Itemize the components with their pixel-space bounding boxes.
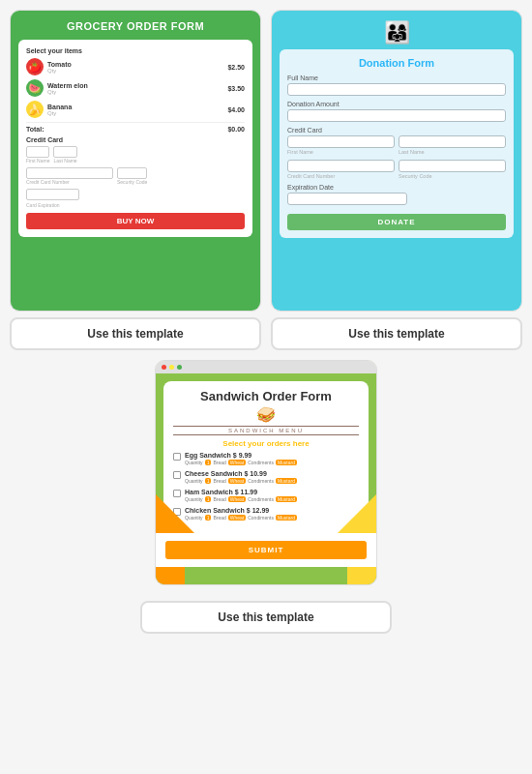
- item-info: Tomato Qty: [47, 61, 227, 74]
- quantity-select-1[interactable]: 1: [205, 460, 212, 465]
- donor-lastname-label: Last Name: [399, 149, 506, 155]
- expiry-field[interactable]: [26, 189, 79, 200]
- quantity-select-3[interactable]: 1: [205, 496, 212, 502]
- condiments-label: Condiments: [248, 478, 274, 484]
- sandwich-item-name: Ham Sandwich $ 11.99: [185, 489, 359, 495]
- condiments-label: Condiments: [248, 496, 274, 502]
- sandwich-checkbox-1[interactable]: [173, 453, 181, 461]
- quantity-label: Quantity: [185, 478, 203, 484]
- cc-number-group: Credit Card Number: [26, 167, 113, 186]
- item-qty: Qty: [47, 89, 227, 95]
- quantity-label: Quantity: [185, 496, 203, 502]
- quantity-select-2[interactable]: 1: [205, 478, 212, 484]
- bottom-orange: [156, 567, 185, 584]
- sandwich-submit-button[interactable]: SUBMIT: [165, 541, 367, 559]
- expiry-label: Card Expiration: [26, 202, 245, 208]
- last-name-field[interactable]: [53, 146, 76, 158]
- sandwich-item-options: Quantity 1 Bread Wheat Condiments Mustar…: [185, 496, 359, 502]
- condiments-select-2[interactable]: Mustard: [276, 478, 297, 484]
- donation-cc-row: Credit Card Number Security Code: [287, 160, 506, 179]
- quantity-select-4[interactable]: 1: [205, 515, 212, 521]
- donation-title: Donation Form: [287, 57, 506, 69]
- donor-lastname-field[interactable]: [399, 135, 506, 148]
- use-template-grocery-button[interactable]: Use this template: [10, 317, 261, 350]
- item-qty: Qty: [47, 110, 227, 116]
- first-name-field[interactable]: [26, 146, 49, 158]
- donation-preview: 👨‍👩‍👧 Donation Form Full Name Donation A…: [271, 10, 522, 312]
- cc-name-row: First Name Last Name: [26, 146, 245, 164]
- item-name: Tomato: [47, 61, 227, 68]
- cc-security-group: Security Code: [117, 167, 147, 186]
- bread-label: Bread: [213, 496, 225, 502]
- sandwich-inner: Sandwich Order Form 🥪 SANDWICH MENU Sele…: [163, 381, 369, 533]
- donor-cc-field[interactable]: [287, 160, 395, 172]
- sandwich-card: Sandwich Order Form 🥪 SANDWICH MENU Sele…: [155, 360, 377, 585]
- donor-security-field[interactable]: [399, 160, 506, 172]
- donor-security-label: Security Code: [399, 173, 506, 179]
- cc-firstname-group: First Name: [26, 146, 49, 164]
- donation-inner: Donation Form Full Name Donation Amount …: [280, 49, 514, 238]
- security-field[interactable]: [117, 167, 147, 179]
- sandwich-menu-label: SANDWICH MENU: [173, 426, 359, 435]
- sandwich-checkbox-2[interactable]: [173, 471, 181, 479]
- condiments-select-4[interactable]: Mustard: [276, 515, 297, 521]
- bread-select-2[interactable]: Wheat: [228, 478, 246, 484]
- maximize-dot: [177, 365, 182, 370]
- donor-cc-label: Credit Card Number: [287, 173, 395, 179]
- sandwich-checkbox-3[interactable]: [173, 490, 181, 497]
- sandwich-item-options: Quantity 1 Bread Wheat Condiments Mustar…: [185, 515, 359, 521]
- tomato-icon: 🍅: [26, 58, 44, 75]
- donation-amount-field[interactable]: [287, 109, 506, 122]
- donor-firstname-group: First Name: [287, 135, 395, 155]
- bread-label: Bread: [213, 478, 225, 484]
- donation-name-row: First Name Last Name: [287, 135, 506, 155]
- bread-select-1[interactable]: Wheat: [228, 460, 246, 465]
- last-name-label: Last Name: [53, 158, 76, 164]
- sandwich-section: Sandwich Order Form 🥪 SANDWICH MENU Sele…: [10, 360, 522, 634]
- buy-now-button[interactable]: BUY NOW: [26, 213, 245, 229]
- expiry-group: Card Expiration: [26, 189, 245, 208]
- donor-security-group: Security Code: [399, 160, 506, 179]
- first-name-label: First Name: [26, 158, 49, 164]
- banana-icon: 🍌: [26, 101, 44, 118]
- donor-firstname-field[interactable]: [287, 135, 395, 148]
- use-template-sandwich-button[interactable]: Use this template: [140, 601, 392, 634]
- sandwich-item-name: Egg Sandwich $ 9.99: [185, 452, 359, 459]
- cc-number-field[interactable]: [26, 167, 113, 179]
- condiments-select-3[interactable]: Mustard: [276, 496, 297, 502]
- donate-button[interactable]: DONATE: [287, 214, 506, 230]
- sandwich-item-name: Cheese Sandwich $ 10.99: [185, 470, 359, 477]
- sandwich-item-info: Ham Sandwich $ 11.99 Quantity 1 Bread Wh…: [185, 489, 359, 502]
- list-item: 🍌 Banana Qty $4.00: [26, 101, 245, 118]
- donor-lastname-group: Last Name: [399, 135, 506, 155]
- grocery-inner: Select your items 🍅 Tomato Qty $2.50 🍉: [18, 40, 252, 237]
- item-info: Waterm elon Qty: [47, 82, 227, 95]
- grocery-items-label: Select your items: [26, 47, 245, 54]
- item-info: Banana Qty: [47, 104, 227, 116]
- use-template-donation-button[interactable]: Use this template: [271, 317, 522, 350]
- donor-firstname-label: First Name: [287, 149, 395, 155]
- bread-select-3[interactable]: Wheat: [228, 496, 246, 502]
- grocery-title: GROCERY ORDER FORM: [18, 20, 252, 32]
- sandwich-item-options: Quantity 1 Bread Wheat Condiments Mustar…: [185, 478, 359, 484]
- top-grid: GROCERY ORDER FORM Select your items 🍅 T…: [10, 10, 522, 350]
- expiry-date-field[interactable]: [287, 193, 407, 205]
- expiry-date-label: Expiration Date: [287, 184, 506, 191]
- item-price: $4.00: [227, 106, 245, 113]
- security-label: Security Code: [117, 179, 147, 185]
- bread-select-4[interactable]: Wheat: [228, 515, 246, 521]
- sandwich-item-info: Egg Sandwich $ 9.99 Quantity 1 Bread Whe…: [185, 452, 359, 465]
- sandwich-select-label: Select your orders here: [173, 439, 359, 448]
- grocery-card: GROCERY ORDER FORM Select your items 🍅 T…: [10, 10, 261, 350]
- sandwich-title: Sandwich Order Form: [173, 389, 359, 403]
- sandwich-submit-area: SUBMIT: [156, 533, 376, 567]
- sandwich-item-info: Cheese Sandwich $ 10.99 Quantity 1 Bread…: [185, 470, 359, 484]
- condiments-select-1[interactable]: Mustard: [276, 460, 297, 465]
- item-name: Waterm elon: [47, 82, 227, 89]
- total-value: $0.00: [227, 126, 245, 133]
- sandwich-bottom-bg: [156, 567, 376, 584]
- list-item: Chicken Sandwich $ 12.99 Quantity 1 Brea…: [173, 507, 359, 521]
- full-name-field[interactable]: [287, 83, 506, 96]
- cc-lastname-group: Last Name: [53, 146, 76, 164]
- donation-card: 👨‍👩‍👧 Donation Form Full Name Donation A…: [271, 10, 522, 350]
